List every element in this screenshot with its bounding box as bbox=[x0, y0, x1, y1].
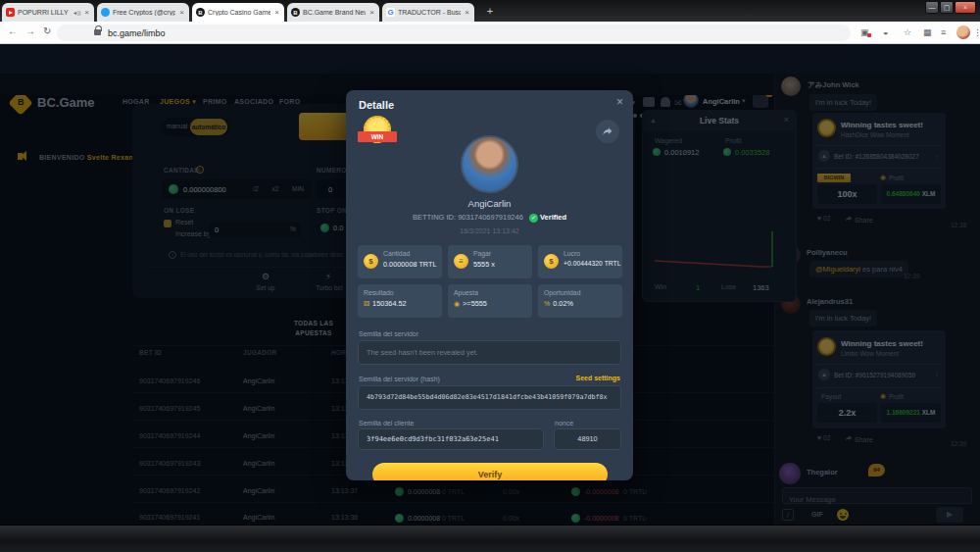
bet-datetime: 16/3/2021 13:13:42 bbox=[346, 227, 633, 234]
money-bag-icon: $ bbox=[544, 254, 559, 269]
tab-title: BC.Game Brand New Medal Eve bbox=[303, 9, 366, 16]
nonce-label: nonce bbox=[555, 420, 573, 427]
browser-profile-avatar[interactable] bbox=[956, 25, 970, 39]
lock-icon bbox=[94, 29, 101, 35]
screen: POPURRI LILLY GOODMAN ◄)) × Free Cryptos… bbox=[0, 0, 980, 552]
bcgame-icon: B bbox=[196, 8, 205, 17]
server-seed-input: The seed hasn't been revealed yet. bbox=[358, 340, 621, 365]
stat-card-apuesta: Apuesta ◉>=5555 bbox=[448, 284, 532, 318]
nonce-input[interactable]: 48910 bbox=[554, 428, 621, 450]
server-seed-hash-label: Semilla del servidor (hash) bbox=[359, 376, 440, 382]
forward-icon[interactable]: → bbox=[25, 25, 35, 36]
tab-close-icon[interactable]: × bbox=[178, 8, 185, 17]
check-icon: ✓ bbox=[529, 214, 538, 223]
stat-card-lucro: $ Lucro +0.00444320 TRTL bbox=[538, 245, 622, 278]
server-seed-label: Semilla del servidor bbox=[359, 330, 418, 337]
bookmark-star-icon[interactable]: ☆ bbox=[904, 27, 911, 37]
tab-title: Free Cryptos (@cryptosfaucets) bbox=[113, 9, 175, 16]
tab-close-icon[interactable]: × bbox=[273, 8, 280, 17]
url-text[interactable]: bc.game/limbo bbox=[108, 28, 166, 38]
google-icon: G bbox=[386, 8, 395, 17]
window-minimize-button[interactable]: — bbox=[925, 1, 939, 14]
verified-badge: ✓Verified bbox=[529, 213, 566, 223]
win-ribbon: WIN bbox=[358, 131, 397, 142]
window-close-button[interactable]: × bbox=[955, 1, 976, 14]
browser-menu-icon[interactable]: ⋮ bbox=[973, 27, 980, 37]
browser-tabstrip: POPURRI LILLY GOODMAN ◄)) × Free Cryptos… bbox=[0, 0, 980, 22]
tab-title: TRADUCTOR - Buscar con Goog bbox=[398, 9, 461, 16]
tab-audio-icon[interactable]: ◄)) bbox=[73, 10, 80, 16]
share-icon[interactable] bbox=[596, 120, 619, 143]
new-tab-button[interactable]: + bbox=[482, 4, 498, 20]
tab-youtube[interactable]: POPURRI LILLY GOODMAN ◄)) × bbox=[2, 3, 94, 22]
tab-title: POPURRI LILLY GOODMAN bbox=[18, 9, 70, 16]
tab-google[interactable]: G TRADUCTOR - Buscar con Goog × bbox=[382, 3, 474, 22]
tab-title: Crypto Casino Games - The 16 B bbox=[208, 9, 270, 16]
close-icon[interactable]: × bbox=[616, 95, 623, 109]
bcgame-icon: B bbox=[291, 8, 300, 17]
reload-icon[interactable]: ↻ bbox=[43, 25, 51, 36]
tab-bcgame-medal[interactable]: B BC.Game Brand New Medal Eve × bbox=[287, 3, 379, 22]
bet-detail-modal: Detalle × WIN AngiCarlin BETTING ID: 903… bbox=[346, 90, 633, 480]
stat-card-resultado: Resultado ⚄150364.52 bbox=[358, 284, 442, 318]
taskbar: ES ▲ ◄)) 01:17 p.m. 16/03/2021 bbox=[0, 525, 980, 552]
client-seed-input[interactable]: 3f94ee6e0cd9d3fbc31f032a63e25e41 bbox=[358, 428, 544, 450]
extension-icon[interactable]: ▣ bbox=[860, 27, 869, 37]
coin-hand-icon: $ bbox=[364, 254, 378, 269]
omnibox[interactable] bbox=[57, 25, 851, 41]
tab-close-icon[interactable]: × bbox=[368, 8, 375, 17]
browser-addressbar: ← → ↻ bc.game/limbo ▣ ◒ ☆ ▦ ≡ ⋮ bbox=[0, 22, 980, 44]
coins-stack-icon: ≡ bbox=[454, 254, 468, 269]
stat-card-pagar: ≡ Pagar 5555 x bbox=[448, 245, 532, 278]
stat-card-cantidad: $ Cantidad 0.0000008 TRTL bbox=[358, 245, 442, 278]
stat-card-oportunidad: Oportunidad %0.02% bbox=[538, 284, 622, 318]
target-icon: ◉ bbox=[454, 300, 460, 308]
reading-list-icon[interactable]: ≡ bbox=[941, 27, 946, 37]
tab-twitter[interactable]: Free Cryptos (@cryptosfaucets) × bbox=[97, 3, 189, 22]
verify-button[interactable]: Verify bbox=[372, 463, 608, 480]
tab-close-icon[interactable]: × bbox=[464, 8, 470, 17]
server-seed-hash-input: 4b793d72d84be55bd4d06d82e83e4517d1841dfc… bbox=[358, 385, 621, 410]
seed-settings-link[interactable]: Seed settings bbox=[575, 375, 620, 381]
win-medal-badge: WIN bbox=[360, 114, 395, 149]
avatar[interactable] bbox=[461, 135, 518, 193]
modal-username: AngiCarlin bbox=[346, 198, 633, 209]
youtube-icon bbox=[6, 8, 15, 17]
translate-icon[interactable]: ◒ bbox=[883, 27, 888, 37]
modal-title: Detalle bbox=[359, 99, 394, 111]
twitter-icon bbox=[101, 8, 110, 17]
extensions-puzzle-icon[interactable]: ▦ bbox=[923, 27, 932, 37]
betting-id: BETTING ID: 9031740697919246 ✓Verified bbox=[346, 213, 633, 223]
window-maximize-button[interactable]: ▢ bbox=[940, 1, 954, 14]
percent-icon: % bbox=[544, 300, 550, 307]
dice-icon: ⚄ bbox=[364, 300, 369, 308]
back-icon[interactable]: ← bbox=[8, 25, 18, 36]
tab-bcgame-active[interactable]: B Crypto Casino Games - The 16 B × bbox=[192, 3, 284, 22]
tab-close-icon[interactable]: × bbox=[83, 8, 90, 17]
client-seed-label: Semilla del cliente bbox=[359, 420, 414, 427]
